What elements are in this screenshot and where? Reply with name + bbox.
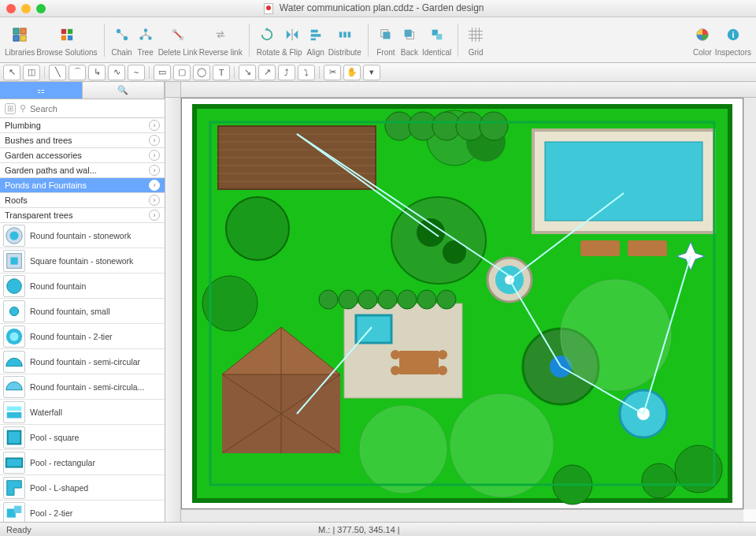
- category-plumbing[interactable]: Plumbing›: [0, 118, 165, 133]
- tool-arrow3[interactable]: ⤴: [278, 65, 295, 80]
- toolbar-group-libraries: Libraries: [5, 24, 35, 57]
- chevron-icon: ›: [149, 195, 160, 206]
- shape-item[interactable]: Pool - rectangular: [0, 450, 165, 475]
- solutions-button[interactable]: [56, 24, 78, 46]
- tool-more[interactable]: ▾: [363, 65, 380, 80]
- distribute-button[interactable]: [334, 24, 356, 46]
- svg-rect-45: [7, 412, 22, 418]
- shape-label: Pool - 2-tier: [30, 508, 72, 518]
- svg-rect-21: [310, 30, 317, 33]
- tool-arrow4[interactable]: ⤵: [298, 65, 315, 80]
- shape-item[interactable]: Pool - 2-tier: [0, 501, 165, 522]
- sidebar-tabs: ⚏ 🔍: [0, 82, 165, 99]
- front-button[interactable]: [375, 24, 397, 46]
- toolbar-label: Distribute: [328, 48, 361, 57]
- category-garden-paths-and-wal-[interactable]: Garden paths and wal...›: [0, 163, 165, 178]
- tool-hand[interactable]: ✋: [343, 65, 361, 80]
- scrollbar-horizontal[interactable]: [181, 509, 743, 522]
- tool-lasso[interactable]: ◫: [23, 65, 40, 80]
- tool-ellipse[interactable]: ◯: [193, 65, 210, 80]
- back-button[interactable]: [398, 24, 421, 46]
- chain-button[interactable]: [111, 24, 133, 46]
- tool-spline[interactable]: ~: [128, 65, 145, 80]
- tool-arrow1[interactable]: ↘: [239, 65, 256, 80]
- toolbar-group-color: Color: [691, 24, 713, 57]
- tool-arrow2[interactable]: ↗: [258, 65, 276, 80]
- toolbar-group-chain: Chain: [111, 24, 133, 57]
- shape-item[interactable]: Round fountain - semi-circular: [0, 349, 165, 374]
- toolbar-label: Libraries: [5, 48, 35, 57]
- category-bushes-and-trees[interactable]: Bushes and trees›: [0, 133, 165, 148]
- identical-button[interactable]: [426, 24, 448, 46]
- toolbar-group-inspectors: iInspectors: [715, 24, 751, 57]
- svg-point-12: [139, 36, 143, 40]
- category-label: Roofs: [5, 195, 28, 205]
- minimize-button[interactable]: [21, 4, 31, 13]
- sidebar-tab-search[interactable]: 🔍: [83, 82, 165, 99]
- scrollbar-vertical[interactable]: [743, 98, 756, 509]
- chevron-icon: ›: [149, 150, 160, 161]
- close-button[interactable]: [6, 4, 16, 13]
- inspectors-button[interactable]: i: [722, 24, 744, 46]
- search-input[interactable]: [30, 104, 160, 114]
- tool-rect[interactable]: ▭: [154, 65, 171, 80]
- shape-thumbnail: [3, 401, 25, 423]
- tool-pointer[interactable]: ↖: [3, 65, 20, 80]
- zoom-button[interactable]: [36, 4, 46, 13]
- category-transparent-trees[interactable]: Transparent trees›: [0, 208, 165, 223]
- category-garden-accessories[interactable]: Garden accessories›: [0, 148, 165, 163]
- toolbar-label: Back: [401, 48, 418, 57]
- shape-item[interactable]: Round fountain: [0, 274, 165, 299]
- ruler-corner: [165, 82, 181, 98]
- svg-point-91: [450, 394, 553, 497]
- toolbar-label: Browse Solutions: [36, 48, 97, 57]
- color-button[interactable]: [691, 24, 713, 46]
- shape-label: Pool - rectangular: [30, 458, 95, 467]
- shape-item[interactable]: Round fountain - stonework: [0, 223, 165, 248]
- shape-item[interactable]: Waterfall: [0, 400, 165, 425]
- tool-line[interactable]: ╲: [49, 65, 66, 80]
- shape-item[interactable]: Pool - square: [0, 425, 165, 450]
- tool-roundrect[interactable]: ▢: [173, 65, 191, 80]
- svg-rect-32: [436, 34, 442, 39]
- toolbar-label: Tree: [138, 48, 154, 57]
- tree-button[interactable]: [135, 24, 157, 46]
- delete-link-button[interactable]: [167, 24, 189, 46]
- tool-curve[interactable]: ∿: [108, 65, 125, 80]
- reverse-link-button[interactable]: [209, 24, 232, 46]
- shape-label: Pool - L-shaped: [30, 483, 88, 493]
- tool-crop[interactable]: ✂: [324, 65, 341, 80]
- shape-item[interactable]: Square fountain - stonework: [0, 248, 165, 274]
- sidebar-tab-shapes[interactable]: ⚏: [0, 82, 83, 99]
- shape-item[interactable]: Round fountain, small: [0, 299, 165, 324]
- drawing-canvas[interactable]: [181, 98, 743, 509]
- libraries-button[interactable]: [9, 24, 31, 46]
- svg-rect-6: [61, 35, 66, 40]
- titlebar: Water communication plan.cddz - Garden d…: [0, 0, 756, 17]
- shape-thumbnail: [3, 502, 25, 523]
- toolbar-group-reverse-link: Reverse link: [199, 24, 243, 57]
- shape-item[interactable]: Pool - L-shaped: [0, 475, 165, 501]
- canvas-area: [165, 82, 756, 522]
- tool-text[interactable]: T: [213, 65, 230, 80]
- shape-label: Waterfall: [30, 408, 62, 417]
- tool-connector[interactable]: ↳: [88, 65, 106, 80]
- svg-point-99: [437, 290, 456, 309]
- flip-button[interactable]: [281, 24, 303, 46]
- svg-point-13: [148, 36, 152, 40]
- toolbar-label: Align: [307, 48, 324, 57]
- tool-arc[interactable]: ⌒: [69, 65, 86, 80]
- rotate-button[interactable]: [256, 24, 278, 46]
- window-controls: [6, 4, 46, 13]
- svg-point-74: [391, 366, 400, 375]
- toolbar-label: Reverse link: [199, 48, 243, 57]
- expand-all-icon[interactable]: ⊞: [5, 103, 16, 114]
- category-ponds-and-fountains[interactable]: Ponds and Fountains›: [0, 178, 165, 193]
- shape-thumbnail: [3, 225, 25, 247]
- shape-item[interactable]: Round fountain - 2-tier: [0, 324, 165, 349]
- category-roofs[interactable]: Roofs›: [0, 193, 165, 208]
- grid-button[interactable]: [465, 24, 487, 46]
- align-button[interactable]: [305, 24, 327, 46]
- svg-marker-17: [265, 28, 269, 31]
- shape-item[interactable]: Round fountain - semi-circula...: [0, 374, 165, 400]
